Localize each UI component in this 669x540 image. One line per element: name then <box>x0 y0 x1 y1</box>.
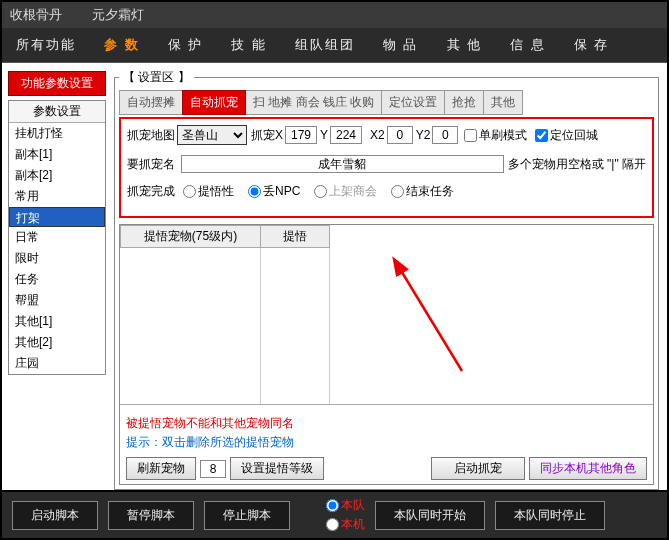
setlevel-button[interactable]: 设置提悟等级 <box>230 457 324 480</box>
y2-label: Y2 <box>416 128 431 142</box>
num-box[interactable]: 8 <box>200 460 226 478</box>
local-radio[interactable]: 本机 <box>320 516 365 533</box>
after-label-2: 上架商会 <box>329 183 377 200</box>
y2-input[interactable] <box>432 126 458 144</box>
sidebar-item-6[interactable]: 限时 <box>9 248 105 269</box>
table-row[interactable] <box>121 320 330 338</box>
sidebar-item-10[interactable]: 其他[2] <box>9 332 105 353</box>
tab-4[interactable]: 抢抢 <box>444 90 484 115</box>
petname-hint: 多个宠物用空格或 "|" 隔开 <box>508 156 646 173</box>
table-row[interactable] <box>121 248 330 266</box>
settings-legend: 【 设置区 】 <box>119 69 194 86</box>
hint-blue: 提示：双击删除所选的提悟宠物 <box>126 434 647 451</box>
single-label: 单刷模式 <box>479 127 527 144</box>
sidebar-item-9[interactable]: 其他[1] <box>9 311 105 332</box>
sidebar-item-8[interactable]: 帮盟 <box>9 290 105 311</box>
after-label-3: 结束任务 <box>406 183 454 200</box>
table-row[interactable] <box>121 284 330 302</box>
th-2: 提悟 <box>261 226 330 248</box>
team-radio[interactable]: 本队 <box>320 497 365 514</box>
titlebar: 收根骨丹 元夕霜灯 <box>2 2 667 28</box>
start-capture-button[interactable]: 启动抓宠 <box>431 457 525 480</box>
menu-item-4[interactable]: 组队组团 <box>281 28 369 62</box>
petname-label: 要抓宠名 <box>127 156 175 173</box>
settings-area: 【 设置区 】 自动摆摊自动抓宠扫 地摊 商会 钱庄 收购定位设置抢抢其他 抓宠… <box>114 69 659 490</box>
menu-item-2[interactable]: 保 护 <box>154 28 218 62</box>
footer: 启动脚本 暂停脚本 停止脚本 本队 本机 本队同时开始 本队同时停止 <box>2 490 667 538</box>
sidebar-list: 参数设置 挂机打怪副本[1]副本[2]常用打架日常限时任务帮盟其他[1]其他[2… <box>8 100 106 375</box>
startall-button[interactable]: 本队同时开始 <box>375 501 485 530</box>
after-label-1: 丢NPC <box>263 183 300 200</box>
after-label-0: 提悟性 <box>198 183 234 200</box>
capt-x-input[interactable] <box>285 126 317 144</box>
refresh-button[interactable]: 刷新宠物 <box>126 457 196 480</box>
menu-item-5[interactable]: 物 品 <box>369 28 433 62</box>
sidebar-item-11[interactable]: 庄园 <box>9 353 105 374</box>
sidebar-item-4[interactable]: 打架 <box>9 207 105 227</box>
return-checkbox[interactable] <box>535 129 548 142</box>
start-script-button[interactable]: 启动脚本 <box>12 501 98 530</box>
tabs: 自动摆摊自动抓宠扫 地摊 商会 钱庄 收购定位设置抢抢其他 <box>119 90 654 115</box>
tab-2[interactable]: 扫 地摊 商会 钱庄 收购 <box>245 90 382 115</box>
sidebar-head: 参数设置 <box>9 101 105 123</box>
after-label: 抓宠完成 <box>127 183 175 200</box>
sidebar-item-2[interactable]: 副本[2] <box>9 165 105 186</box>
sidebar-item-1[interactable]: 副本[1] <box>9 144 105 165</box>
title-2: 元夕霜灯 <box>92 6 144 24</box>
after-radio-0[interactable] <box>183 185 196 198</box>
table-row[interactable] <box>121 356 330 374</box>
tab-3[interactable]: 定位设置 <box>381 90 445 115</box>
pause-script-button[interactable]: 暂停脚本 <box>108 501 194 530</box>
menu-item-0[interactable]: 所有功能 <box>2 28 90 62</box>
sidebar-item-3[interactable]: 常用 <box>9 186 105 207</box>
x2-label: X2 <box>370 128 385 142</box>
table-area: 提悟宠物(75级内) 提悟 被提悟宠物不能和其他宠物同名 提示：双击删除所选的提… <box>119 224 654 485</box>
title-1: 收根骨丹 <box>10 6 62 24</box>
return-label: 定位回城 <box>550 127 598 144</box>
highlight-box: 抓宠地图 圣兽山 抓宠X Y X2 Y2 单刷模式 <box>119 117 654 218</box>
table-row[interactable] <box>121 266 330 284</box>
menu-item-3[interactable]: 技 能 <box>217 28 281 62</box>
tab-5[interactable]: 其他 <box>483 90 523 115</box>
stop-script-button[interactable]: 停止脚本 <box>204 501 290 530</box>
sidebar-item-0[interactable]: 挂机打怪 <box>9 123 105 144</box>
petname-input[interactable] <box>181 155 504 173</box>
menu-item-6[interactable]: 其 他 <box>433 28 497 62</box>
capty-label: Y <box>320 128 328 142</box>
pet-table[interactable]: 提悟宠物(75级内) 提悟 <box>120 225 330 405</box>
after-radio-1[interactable] <box>248 185 261 198</box>
map-label: 抓宠地图 <box>127 127 175 144</box>
table-row[interactable] <box>121 302 330 320</box>
after-radio-3[interactable] <box>391 185 404 198</box>
menu-item-1[interactable]: 参 数 <box>90 28 154 62</box>
tab-0[interactable]: 自动摆摊 <box>119 90 183 115</box>
table-row[interactable] <box>121 392 330 406</box>
table-row[interactable] <box>121 374 330 392</box>
hint-red: 被提悟宠物不能和其他宠物同名 <box>126 415 647 432</box>
single-checkbox[interactable] <box>464 129 477 142</box>
sidebar-title: 功能参数设置 <box>8 71 106 96</box>
menubar: 所有功能参 数保 护技 能组队组团物 品其 他信 息保 存 <box>2 28 667 63</box>
map-select[interactable]: 圣兽山 <box>177 125 247 145</box>
sync-button[interactable]: 同步本机其他角色 <box>529 457 647 480</box>
table-row[interactable] <box>121 338 330 356</box>
capt-y-input[interactable] <box>330 126 362 144</box>
th-1: 提悟宠物(75级内) <box>121 226 261 248</box>
tab-1[interactable]: 自动抓宠 <box>182 90 246 115</box>
after-radio-2[interactable] <box>314 185 327 198</box>
captx-label: 抓宠X <box>251 127 283 144</box>
menu-item-8[interactable]: 保 存 <box>560 28 624 62</box>
sidebar-item-5[interactable]: 日常 <box>9 227 105 248</box>
sidebar-item-7[interactable]: 任务 <box>9 269 105 290</box>
menu-item-7[interactable]: 信 息 <box>496 28 560 62</box>
stopall-button[interactable]: 本队同时停止 <box>495 501 605 530</box>
x2-input[interactable] <box>387 126 413 144</box>
